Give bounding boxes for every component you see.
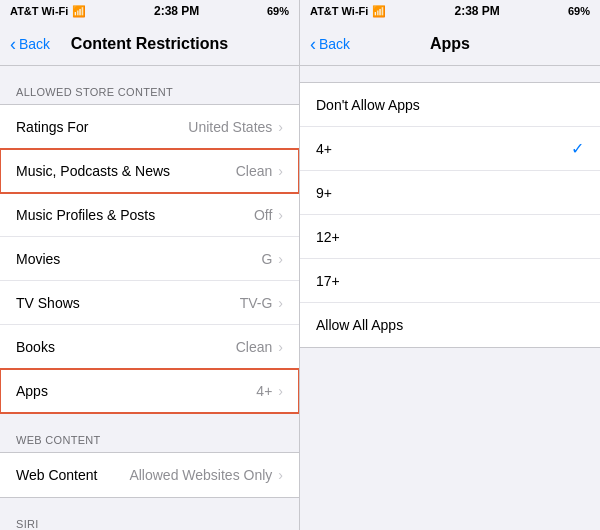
nav-bar-right: ‹ Back Apps	[300, 22, 600, 66]
chevron-books: ›	[278, 339, 283, 355]
option-12plus[interactable]: 12+	[300, 215, 600, 259]
value-music-podcasts: Clean	[236, 163, 273, 179]
status-left-right: AT&T Wi-Fi 📶	[310, 5, 386, 18]
row-tv-shows[interactable]: TV Shows TV-G ›	[0, 281, 299, 325]
chevron-movies: ›	[278, 251, 283, 267]
wifi-icon: 📶	[72, 5, 86, 18]
section-allowed-store: ALLOWED STORE CONTENT Ratings For United…	[0, 82, 299, 414]
right-panel: AT&T Wi-Fi 📶 2:38 PM 69% ‹ Back Apps Don…	[300, 0, 600, 530]
wifi-icon-right: 📶	[372, 5, 386, 18]
chevron-ratings-for: ›	[278, 119, 283, 135]
value-tv-shows: TV-G	[240, 295, 273, 311]
back-chevron-left: ‹	[10, 35, 16, 53]
nav-title-right: Apps	[430, 35, 470, 53]
chevron-music-podcasts: ›	[278, 163, 283, 179]
status-bar-right: AT&T Wi-Fi 📶 2:38 PM 69%	[300, 0, 600, 22]
battery-left: 69%	[267, 5, 289, 17]
label-12plus: 12+	[316, 229, 340, 245]
allowed-store-group: Ratings For United States › Music, Podca…	[0, 104, 299, 414]
back-chevron-right: ‹	[310, 35, 316, 53]
label-9plus: 9+	[316, 185, 332, 201]
value-movies: G	[261, 251, 272, 267]
label-music-profiles: Music Profiles & Posts	[16, 207, 254, 223]
nav-bar-left: ‹ Back Content Restrictions	[0, 22, 299, 66]
left-content: ALLOWED STORE CONTENT Ratings For United…	[0, 66, 299, 530]
section-web-content: WEB CONTENT Web Content Allowed Websites…	[0, 430, 299, 498]
label-movies: Movies	[16, 251, 261, 267]
back-button-right[interactable]: ‹ Back	[310, 35, 350, 53]
option-dont-allow[interactable]: Don't Allow Apps	[300, 83, 600, 127]
carrier-left: AT&T Wi-Fi	[10, 5, 68, 17]
label-allow-all: Allow All Apps	[316, 317, 403, 333]
row-books[interactable]: Books Clean ›	[0, 325, 299, 369]
section-siri: SIRI Web Search Content Allow › Explicit…	[0, 514, 299, 530]
chevron-web-content: ›	[278, 467, 283, 483]
value-apps: 4+	[256, 383, 272, 399]
value-ratings-for: United States	[188, 119, 272, 135]
checkmark-4plus: ✓	[571, 139, 584, 158]
label-web-content: Web Content	[16, 467, 129, 483]
option-9plus[interactable]: 9+	[300, 171, 600, 215]
back-label-right: Back	[319, 36, 350, 52]
nav-title-left: Content Restrictions	[71, 35, 228, 53]
section-header-web: WEB CONTENT	[0, 430, 299, 452]
label-music-podcasts: Music, Podcasts & News	[16, 163, 236, 179]
option-4plus[interactable]: 4+ ✓	[300, 127, 600, 171]
label-17plus: 17+	[316, 273, 340, 289]
option-17plus[interactable]: 17+	[300, 259, 600, 303]
apps-options-group: Don't Allow Apps 4+ ✓ 9+ 12+ 17+ Allow A…	[300, 82, 600, 348]
chevron-apps: ›	[278, 383, 283, 399]
section-header-siri: SIRI	[0, 514, 299, 530]
row-music-profiles[interactable]: Music Profiles & Posts Off ›	[0, 193, 299, 237]
section-header-allowed: ALLOWED STORE CONTENT	[0, 82, 299, 104]
value-music-profiles: Off	[254, 207, 272, 223]
row-apps[interactable]: Apps 4+ ›	[0, 369, 299, 413]
value-web-content: Allowed Websites Only	[129, 467, 272, 483]
label-tv-shows: TV Shows	[16, 295, 240, 311]
status-right-right: 69%	[568, 5, 590, 17]
row-web-content[interactable]: Web Content Allowed Websites Only ›	[0, 453, 299, 497]
status-right-left: 69%	[267, 5, 289, 17]
label-apps: Apps	[16, 383, 256, 399]
chevron-tv-shows: ›	[278, 295, 283, 311]
back-label-left: Back	[19, 36, 50, 52]
battery-right: 69%	[568, 5, 590, 17]
label-ratings-for: Ratings For	[16, 119, 188, 135]
time-left: 2:38 PM	[154, 4, 199, 18]
row-movies[interactable]: Movies G ›	[0, 237, 299, 281]
label-dont-allow: Don't Allow Apps	[316, 97, 420, 113]
label-books: Books	[16, 339, 236, 355]
option-allow-all[interactable]: Allow All Apps	[300, 303, 600, 347]
row-music-podcasts[interactable]: Music, Podcasts & News Clean ›	[0, 149, 299, 193]
value-books: Clean	[236, 339, 273, 355]
carrier-right: AT&T Wi-Fi	[310, 5, 368, 17]
web-content-group: Web Content Allowed Websites Only ›	[0, 452, 299, 498]
status-left: AT&T Wi-Fi 📶	[10, 5, 86, 18]
label-4plus: 4+	[316, 141, 332, 157]
time-right: 2:38 PM	[454, 4, 499, 18]
status-bar-left: AT&T Wi-Fi 📶 2:38 PM 69%	[0, 0, 299, 22]
row-ratings-for[interactable]: Ratings For United States ›	[0, 105, 299, 149]
chevron-music-profiles: ›	[278, 207, 283, 223]
left-panel: AT&T Wi-Fi 📶 2:38 PM 69% ‹ Back Content …	[0, 0, 300, 530]
back-button-left[interactable]: ‹ Back	[10, 35, 50, 53]
